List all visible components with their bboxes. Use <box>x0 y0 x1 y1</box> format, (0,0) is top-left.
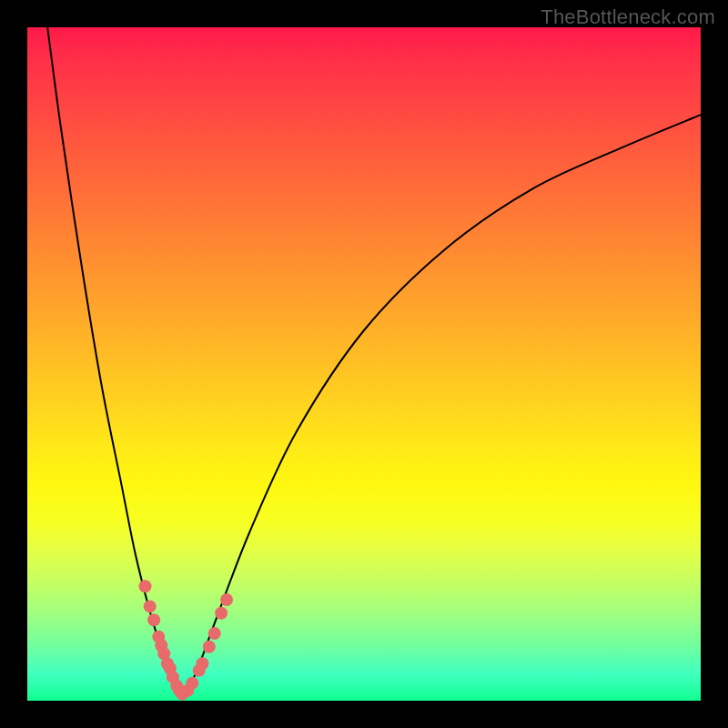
curve-right-branch <box>182 115 701 697</box>
watermark-text: TheBottleneck.com <box>541 5 715 29</box>
curve-left-branch <box>47 27 182 697</box>
data-point-marker <box>203 641 216 653</box>
data-markers <box>139 580 234 700</box>
data-point-marker <box>139 580 152 592</box>
data-point-marker <box>186 677 198 690</box>
data-point-marker <box>196 657 208 670</box>
chart-plot-area <box>27 27 701 701</box>
data-point-marker <box>144 600 157 612</box>
data-point-marker <box>215 607 228 620</box>
data-point-marker <box>147 613 160 626</box>
data-point-marker <box>220 593 233 606</box>
chart-svg <box>27 27 701 701</box>
data-point-marker <box>208 627 221 640</box>
